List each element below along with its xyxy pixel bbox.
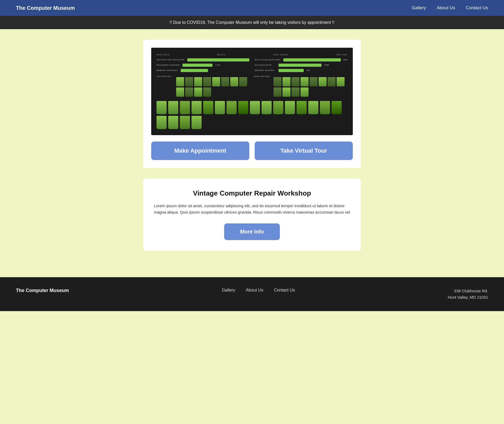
rswitch-4	[310, 77, 318, 86]
accumulator-row: ACCUMULATOR TRAP	[255, 64, 347, 67]
hero-card: DATA FIELD RELAYS TAPE STATES TAPE INST …	[143, 40, 361, 168]
panel-rows-area: INSTRUCTION REGISTER PROGRAM COUNTER LIN…	[157, 58, 347, 72]
switch-6	[230, 77, 238, 86]
rswitch-6	[328, 77, 336, 86]
key-11	[285, 101, 295, 114]
memory-address-label: MEMORY ADDRESS	[157, 69, 178, 71]
program-counter-row: PROGRAM COUNTER LINK	[157, 64, 249, 67]
multiplier-row: MULTIPLIER/QUOTIENT RUN	[255, 58, 347, 61]
right-panel: MULTIPLIER/QUOTIENT RUN ACCUMULATOR TRAP…	[255, 58, 347, 72]
key-15	[332, 101, 342, 114]
workshop-body: Lorem ipsum dolor sit amet, consectetur …	[154, 203, 350, 215]
memory-buffer-label: MEMORY BUFFER	[255, 69, 276, 71]
instruction-register-bar	[187, 58, 249, 61]
key-17	[168, 116, 178, 129]
accumulator-bar	[279, 64, 321, 67]
memory-address-bar	[181, 69, 208, 72]
key-6	[227, 101, 237, 114]
rswitch-8	[273, 87, 281, 97]
key-8	[250, 101, 260, 114]
navbar: The Computer Museum Gallery About Us Con…	[0, 0, 504, 16]
workshop-title: Vintage Computer Repair Workshop	[154, 189, 350, 197]
nav-about[interactable]: About Us	[437, 5, 455, 11]
key-10	[273, 101, 283, 114]
key-18	[180, 116, 190, 129]
take-virtual-tour-button[interactable]: Take Virtual Tour	[255, 142, 353, 160]
right-switches	[273, 77, 347, 97]
rswitch-3	[301, 77, 309, 86]
make-appointment-button[interactable]: Make Appointment	[151, 142, 249, 160]
nav-gallery[interactable]: Gallery	[412, 5, 426, 11]
program-counter-label: PROGRAM COUNTER	[157, 64, 180, 66]
more-info-button[interactable]: More Info	[224, 223, 280, 240]
panel-top-labels: DATA FIELD RELAYS TAPE STATES TAPE INST	[157, 54, 347, 56]
instruction-register-row: INSTRUCTION REGISTER	[157, 58, 249, 61]
switch-4	[212, 77, 220, 86]
rswitch-5	[319, 77, 327, 86]
key-13	[308, 101, 318, 114]
key-14	[320, 101, 330, 114]
rswitch-1	[283, 77, 290, 86]
key-5	[215, 101, 225, 114]
workshop-card: Vintage Computer Repair Workshop Lorem i…	[143, 179, 361, 251]
accumulator-label: ACCUMULATOR	[255, 64, 276, 66]
rswitch-9	[283, 87, 290, 97]
footer-about[interactable]: About Us	[246, 288, 263, 293]
switch-8	[176, 87, 184, 97]
key-1	[168, 101, 178, 114]
multiplier-label: MULTIPLIER/QUOTIENT	[255, 59, 281, 61]
footer: The Computer Museum Gallery About Us Con…	[0, 277, 504, 311]
announcement-text: !! Due to COVID19, The Computer Museum w…	[170, 20, 334, 25]
switch-2	[194, 77, 202, 86]
footer-address-line2: Hunt Valley, MD 21031	[448, 294, 488, 301]
key-7	[238, 101, 248, 114]
keyboard-area	[157, 101, 347, 129]
left-switches-row: LEFT SWITCHES RIGHT SWITCHES	[157, 76, 347, 97]
hero-image: DATA FIELD RELAYS TAPE STATES TAPE INST …	[151, 48, 353, 135]
rswitch-11	[301, 87, 309, 97]
key-19	[192, 116, 202, 129]
key-16	[157, 116, 167, 129]
switch-7	[239, 77, 247, 86]
footer-address: 338 Clubhouse Rd. Hunt Valley, MD 21031	[448, 288, 488, 301]
switch-9	[185, 87, 193, 97]
footer-links: Gallery About Us Contact Us	[222, 288, 295, 293]
instruction-register-label: INSTRUCTION REGISTER	[157, 59, 185, 61]
program-counter-bar	[183, 64, 213, 67]
switch-11	[203, 87, 211, 97]
switch-0	[176, 77, 184, 86]
memory-address-row: MEMORY ADDRESS	[157, 69, 249, 72]
footer-contact[interactable]: Contact Us	[274, 288, 295, 293]
switch-5	[221, 77, 229, 86]
multiplier-bar	[283, 58, 341, 61]
rswitch-0	[273, 77, 281, 86]
footer-address-line1: 338 Clubhouse Rd.	[448, 288, 488, 294]
switch-3	[203, 77, 211, 86]
key-2	[180, 101, 190, 114]
footer-brand: The Computer Museum	[16, 288, 69, 293]
rswitch-7	[337, 77, 345, 86]
announcement-bar: !! Due to COVID19, The Computer Museum w…	[0, 16, 504, 29]
key-3	[192, 101, 202, 114]
nav-brand: The Computer Museum	[16, 5, 75, 11]
rswitch-2	[292, 77, 299, 86]
key-9	[262, 101, 272, 114]
memory-buffer-row: MEMORY BUFFER ION	[255, 69, 347, 72]
nav-contact[interactable]: Contact Us	[466, 5, 488, 11]
key-0	[157, 101, 167, 114]
switch-10	[194, 87, 202, 97]
switch-1	[185, 77, 193, 86]
memory-buffer-bar	[279, 69, 304, 72]
left-switches	[176, 77, 250, 97]
page-body: DATA FIELD RELAYS TAPE STATES TAPE INST …	[0, 29, 504, 261]
nav-links: Gallery About Us Contact Us	[412, 5, 488, 11]
key-12	[297, 101, 307, 114]
hero-buttons: Make Appointment Take Virtual Tour	[151, 142, 353, 160]
rswitch-10	[292, 87, 299, 97]
left-panel: INSTRUCTION REGISTER PROGRAM COUNTER LIN…	[157, 58, 249, 72]
footer-gallery[interactable]: Gallery	[222, 288, 235, 293]
key-4	[203, 101, 213, 114]
link-label: LINK	[215, 64, 236, 66]
